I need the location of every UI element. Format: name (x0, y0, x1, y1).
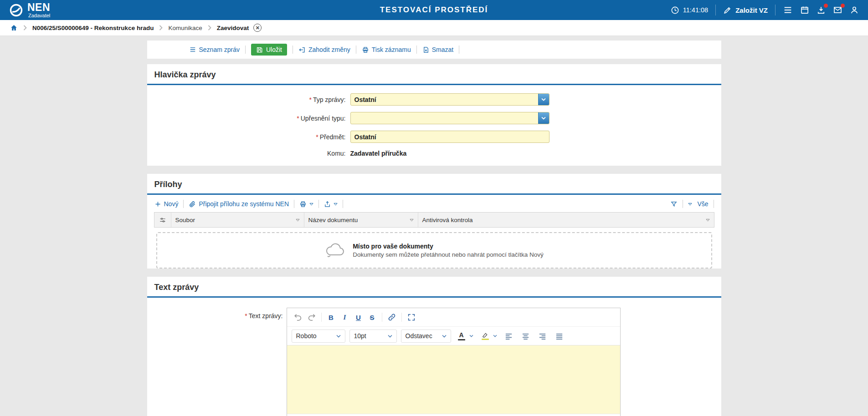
column-header-nazev-dokumentu[interactable]: Název dokumentu (304, 213, 418, 227)
new-attachment-label: Nový (164, 200, 179, 208)
menu-icon[interactable] (783, 5, 793, 15)
user-icon[interactable] (850, 5, 859, 15)
chevron-down-icon[interactable] (492, 335, 498, 337)
chevron-down-icon[interactable] (468, 335, 475, 337)
create-vz-button[interactable]: Založit VZ (723, 6, 768, 15)
separator (382, 313, 382, 322)
attachments-toolbar: Nový Připojit přílohu ze systému NEN (147, 195, 721, 212)
breadcrumb-item-zaevidovat[interactable]: Zaevidovat (217, 25, 249, 31)
underline-icon[interactable]: U (352, 311, 365, 324)
dropzone-title: Místo pro vaše dokumenty (353, 243, 544, 250)
required-marker: * (316, 133, 318, 141)
save-button[interactable]: Uložit (251, 44, 287, 56)
nen-logo-icon (9, 3, 23, 17)
chevron-down-icon[interactable] (538, 94, 549, 105)
font-family-value: Roboto (296, 332, 317, 340)
link-icon[interactable] (385, 311, 398, 324)
show-all-link[interactable]: Vše (697, 200, 708, 208)
align-center-icon[interactable] (519, 330, 532, 342)
text-color-icon[interactable]: A (455, 330, 468, 342)
rich-text-editor: B I U S (287, 308, 621, 416)
filter-caret-icon[interactable] (292, 218, 300, 222)
print-label: Tisk záznamu (372, 46, 411, 53)
undo-icon[interactable] (292, 311, 304, 324)
paperclip-icon (189, 200, 196, 208)
section-title-header: Hlavička zprávy (147, 64, 721, 84)
discard-changes-button[interactable]: Zahodit změny (298, 46, 350, 53)
message-text-label-text: Text zprávy: (249, 312, 283, 320)
align-left-icon[interactable] (503, 330, 515, 342)
message-type-value: Ostatní (351, 94, 538, 105)
subject-input[interactable] (350, 131, 550, 143)
caret-down-icon[interactable] (334, 203, 338, 206)
breadcrumb-item-contract[interactable]: N006/25/S00000649 - Rekonstrukce hradu (32, 25, 154, 31)
message-type-select[interactable]: Ostatní (350, 93, 550, 106)
filter-caret-icon[interactable] (702, 218, 710, 222)
delete-label: Smazat (432, 46, 453, 53)
highlight-color-split-button (479, 330, 498, 342)
separator (775, 5, 776, 15)
filter-caret-icon[interactable] (406, 218, 414, 222)
redo-icon[interactable] (305, 311, 318, 324)
message-text-label: *Text zprávy: (147, 308, 287, 416)
delete-button[interactable]: Smazat (422, 46, 453, 53)
export-attachments-button[interactable] (324, 201, 338, 208)
attachments-dropzone[interactable]: Místo pro vaše dokumenty Dokumenty sem m… (156, 232, 712, 269)
editor-toolbar-row2: Roboto 10pt Odstavec (287, 326, 620, 345)
calendar-icon[interactable] (800, 5, 809, 15)
messages-icon[interactable] (833, 5, 842, 15)
editor-toolbar-row1: B I U S (287, 308, 620, 326)
brand-name: NEN (27, 2, 50, 13)
print-attachments-button[interactable] (299, 201, 313, 208)
align-justify-icon[interactable] (553, 330, 566, 342)
column-header-soubor[interactable]: Soubor (171, 213, 304, 227)
column-label: Název dokumentu (308, 217, 358, 223)
home-icon[interactable] (10, 24, 18, 31)
separator (683, 200, 683, 208)
bold-icon[interactable]: B (325, 311, 338, 324)
create-vz-label: Založit VZ (735, 6, 768, 14)
font-family-select[interactable]: Roboto (292, 330, 345, 343)
notification-badge (824, 4, 828, 8)
column-header-antivirova-kontrola[interactable]: Antivirová kontrola (418, 213, 714, 227)
filter-icon[interactable] (670, 201, 678, 208)
downloads-icon[interactable] (817, 5, 826, 15)
separator (715, 5, 716, 15)
separator (293, 46, 293, 54)
message-list-button[interactable]: Seznam zpráv (189, 46, 240, 53)
fullscreen-icon[interactable] (405, 311, 418, 324)
caret-down-icon[interactable] (688, 203, 692, 206)
clock-widget[interactable]: 11:41:08 (671, 6, 708, 15)
page-content: Seznam zpráv Uložit Zahodit změny (0, 36, 868, 416)
section-title-attachments: Přílohy (147, 174, 721, 193)
clock-icon (671, 6, 679, 15)
separator (459, 46, 459, 54)
separator (356, 46, 356, 54)
nen-logo[interactable]: NEN Zadavatel (9, 2, 50, 18)
separator (401, 313, 402, 322)
block-format-select[interactable]: Odstavec (401, 330, 451, 343)
type-refinement-select[interactable] (350, 112, 550, 124)
close-icon[interactable]: ✕ (253, 24, 262, 32)
caret-down-icon[interactable] (309, 203, 313, 206)
column-settings-button[interactable] (154, 213, 171, 227)
to-label-text: Komu: (327, 150, 345, 157)
record-toolbar: Seznam zpráv Uložit Zahodit změny (147, 41, 721, 59)
separator (318, 200, 319, 208)
align-right-icon[interactable] (536, 330, 549, 342)
message-header-section: Hlavička zprávy *Typ zprávy: Ostatní (147, 64, 721, 166)
section-title-text: Text zprávy (147, 277, 721, 296)
new-attachment-button[interactable]: Nový (154, 200, 179, 208)
chevron-down-icon[interactable] (538, 112, 549, 124)
print-record-button[interactable]: Tisk záznamu (362, 46, 411, 53)
font-size-select[interactable]: 10pt (349, 330, 397, 343)
strikethrough-icon[interactable]: S (366, 311, 379, 324)
notification-badge (841, 4, 845, 8)
breadcrumb-item-komunikace[interactable]: Komunikace (168, 25, 202, 31)
highlight-color-icon[interactable] (479, 330, 492, 342)
cloud-upload-icon (324, 243, 345, 258)
editor-content-area[interactable] (287, 345, 620, 414)
attach-from-nen-button[interactable]: Připojit přílohu ze systému NEN (189, 200, 289, 208)
italic-icon[interactable]: I (339, 311, 351, 324)
chevron-right-icon (208, 25, 211, 30)
